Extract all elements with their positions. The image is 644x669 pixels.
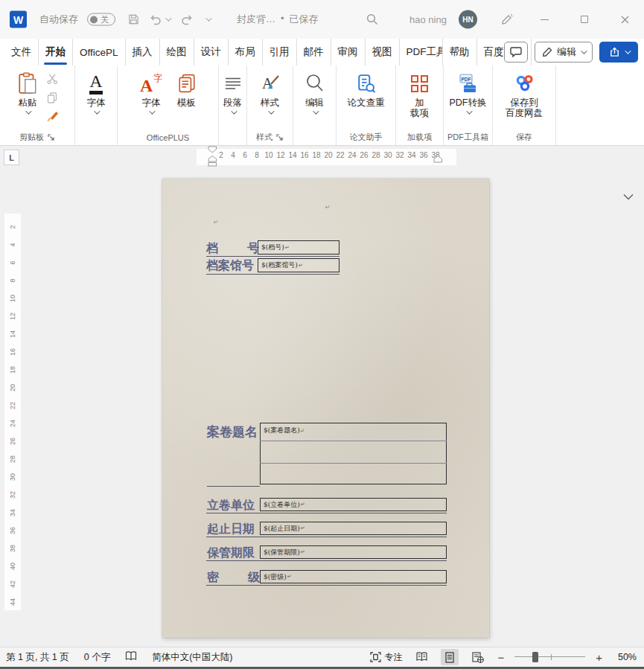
tab-layout[interactable]: 布局 (229, 39, 263, 65)
h-ruler-number: 22 (334, 151, 346, 159)
proofing-icon[interactable] (125, 651, 137, 664)
format-painter-icon[interactable] (44, 109, 60, 123)
dialog-launcher-icon[interactable] (48, 134, 55, 141)
focus-mode-button[interactable]: 专注 (370, 651, 402, 664)
font-letter: A (89, 72, 102, 90)
addins-grid-icon (411, 71, 428, 96)
v-ruler-number: 30 (7, 471, 19, 483)
editing-button[interactable]: 编辑 (302, 69, 328, 129)
tab-review[interactable]: 审阅 (331, 39, 366, 65)
share-icon (609, 47, 620, 57)
paste-button[interactable]: 粘贴 (14, 69, 41, 129)
h-ruler-number: 30 (382, 151, 394, 159)
officeplus-font-button[interactable]: A字 字体 (136, 69, 166, 129)
field-placeholder[interactable]: $(档号) (261, 243, 284, 252)
close-button[interactable] (615, 10, 634, 29)
styles-button[interactable]: A 样式 (257, 69, 284, 129)
zoom-out-button[interactable]: − (497, 651, 504, 664)
tab-view[interactable]: 视图 (366, 39, 400, 65)
read-mode-button[interactable] (412, 649, 430, 665)
tab-file[interactable]: 文件 (4, 39, 39, 65)
right-indent-marker[interactable] (433, 156, 443, 163)
tab-pdf-tools[interactable]: PDF工具集 (400, 39, 443, 65)
redo-icon[interactable] (181, 13, 194, 25)
print-layout-button[interactable] (441, 649, 459, 665)
thesis-check-button[interactable]: 论文查重 (344, 69, 389, 129)
zoom-level[interactable]: 50% (613, 652, 637, 662)
tab-stop-selector[interactable]: L (4, 150, 19, 165)
tab-insert[interactable]: 插入 (126, 39, 160, 65)
tab-home[interactable]: 开始 (39, 39, 73, 65)
tab-design[interactable]: 设计 (194, 39, 229, 65)
h-ruler-number: 12 (275, 151, 287, 159)
field-box-danghao[interactable]: $(档号)↵ (258, 240, 339, 255)
tab-help[interactable]: 帮助 (443, 39, 477, 65)
zoom-slider[interactable] (514, 652, 585, 662)
paragraph-mark: ↵ (299, 263, 303, 269)
undo-dropdown-icon[interactable] (165, 17, 170, 22)
comments-button[interactable] (504, 42, 528, 63)
field-placeholder[interactable]: $(保管期限) (264, 548, 300, 557)
copy-icon[interactable] (44, 91, 60, 104)
field-placeholder[interactable]: $(档案馆号) (261, 260, 298, 270)
quick-access-dropdown-icon[interactable] (205, 17, 210, 22)
minimize-button[interactable] (535, 10, 554, 29)
field-box-miji[interactable]: $(密级)↵ (260, 570, 447, 583)
field-box-baoguanqixian[interactable]: $(保管期限)↵ (260, 545, 447, 559)
document-search-icon (357, 71, 376, 96)
page-info[interactable]: 第 1 页, 共 1 页 (6, 651, 69, 664)
paragraph-button[interactable]: 段落 (220, 69, 246, 129)
field-placeholder[interactable]: $(立卷单位) (264, 500, 300, 510)
save-icon[interactable] (128, 14, 139, 25)
field-box-danganguanhao[interactable]: $(档案馆号)↵ (258, 258, 339, 272)
v-ruler-number: 38 (7, 542, 19, 554)
pdf-convert-button[interactable]: PDF PDF转换 (446, 69, 491, 129)
word-logo-icon: W (10, 11, 27, 28)
field-placeholder[interactable]: $(起止日期) (264, 524, 300, 534)
maximize-button[interactable] (575, 10, 594, 29)
word-count[interactable]: 0 个字 (84, 651, 110, 664)
web-layout-button[interactable] (469, 649, 487, 665)
tab-references[interactable]: 引用 (263, 39, 297, 65)
field-box-lijuandanwei[interactable]: $(立卷单位)↵ (260, 498, 447, 511)
dialog-launcher-icon[interactable] (276, 134, 284, 141)
share-button[interactable] (599, 42, 638, 63)
save-to-netdisk-button[interactable]: 保存到 百度网盘 (502, 69, 546, 129)
writing-line (260, 441, 447, 441)
zoom-slider-thumb[interactable] (532, 652, 538, 662)
v-ruler-number: 6 (7, 257, 19, 269)
paste-clipboard-icon (18, 71, 37, 96)
tab-mailings[interactable]: 邮件 (297, 39, 331, 65)
title-separator: • (281, 13, 284, 26)
field-box-qizhiriqi[interactable]: $(起止日期)↵ (260, 522, 447, 535)
h-ruler-number: 18 (310, 151, 322, 159)
h-ruler-number: 32 (394, 151, 406, 159)
cut-icon[interactable] (44, 72, 60, 86)
h-ruler-number: 36 (418, 151, 430, 159)
tab-draw[interactable]: 绘图 (160, 39, 194, 65)
template-label: 模板 (177, 97, 196, 108)
first-line-indent-marker[interactable] (208, 146, 217, 153)
paragraph-mark: ↵ (300, 428, 305, 434)
edit-mode-button[interactable]: 编辑 (535, 42, 593, 63)
save-netdisk-line1: 保存到 (510, 97, 538, 108)
field-placeholder[interactable]: $(密级) (264, 572, 287, 582)
addins-button[interactable]: 加 载项 (407, 69, 433, 129)
hanging-indent-marker[interactable] (208, 156, 217, 167)
template-button[interactable]: 模板 (173, 69, 200, 129)
autosave-toggle[interactable]: 关 (87, 13, 115, 26)
save-netdisk-group: 保存到 百度网盘 保存 (493, 65, 556, 145)
inking-pen-icon[interactable] (500, 13, 513, 25)
avatar[interactable]: HN (459, 10, 477, 29)
search-icon[interactable] (366, 13, 378, 25)
document-page[interactable]: ↵ ↵ 档号 $(档号)↵ 档案馆号 $(档案馆号)↵ 案卷题名 $(案卷题名)… (162, 179, 489, 638)
zoom-in-button[interactable]: + (596, 651, 602, 664)
field-underline (206, 585, 447, 586)
font-button[interactable]: A 字体 (83, 69, 109, 129)
collapse-ribbon-icon[interactable] (623, 192, 634, 202)
language-status[interactable]: 简体中文(中国大陆) (152, 651, 232, 664)
field-placeholder[interactable]: $(案卷题名)↵ (264, 426, 305, 435)
word-window: W 自动保存 关 封皮背… • 已保存 hao ning HN (0, 0, 644, 669)
undo-icon[interactable] (149, 13, 162, 25)
tab-officeplus[interactable]: OfficePL (73, 39, 126, 65)
